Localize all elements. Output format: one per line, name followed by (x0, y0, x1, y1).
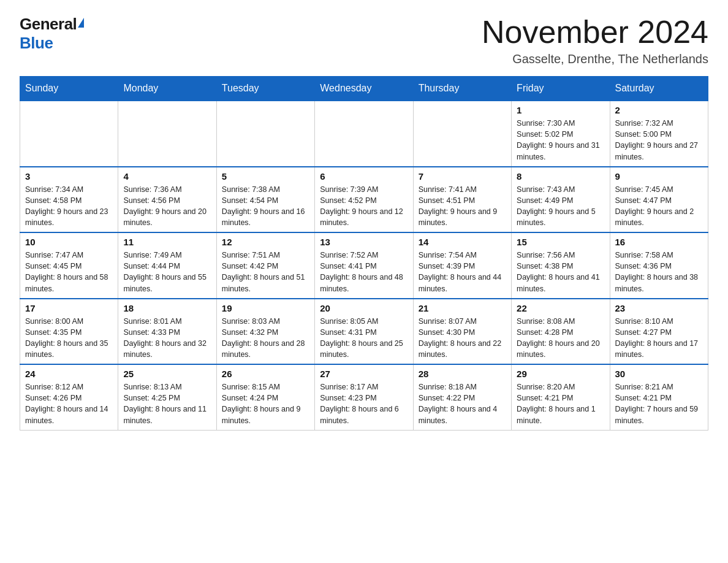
calendar-cell: 22Sunrise: 8:08 AM Sunset: 4:28 PM Dayli… (512, 299, 610, 365)
calendar-cell: 26Sunrise: 8:15 AM Sunset: 4:24 PM Dayli… (216, 364, 314, 430)
calendar-cell: 6Sunrise: 7:39 AM Sunset: 4:52 PM Daylig… (315, 167, 413, 233)
calendar-cell: 25Sunrise: 8:13 AM Sunset: 4:25 PM Dayli… (118, 364, 216, 430)
day-info: Sunrise: 7:54 AM Sunset: 4:39 PM Dayligh… (419, 250, 506, 294)
day-info: Sunrise: 7:51 AM Sunset: 4:42 PM Dayligh… (222, 250, 309, 294)
calendar-cell: 27Sunrise: 8:17 AM Sunset: 4:23 PM Dayli… (315, 364, 413, 430)
day-info: Sunrise: 8:21 AM Sunset: 4:21 PM Dayligh… (615, 381, 703, 426)
calendar-cell: 18Sunrise: 8:01 AM Sunset: 4:33 PM Dayli… (118, 299, 216, 365)
day-info: Sunrise: 7:38 AM Sunset: 4:54 PM Dayligh… (222, 184, 309, 229)
location-subtitle: Gasselte, Drenthe, The Netherlands (482, 52, 708, 66)
day-info: Sunrise: 7:45 AM Sunset: 4:47 PM Dayligh… (615, 184, 703, 229)
day-info: Sunrise: 8:15 AM Sunset: 4:24 PM Dayligh… (222, 381, 309, 426)
day-number: 24 (25, 369, 113, 379)
day-number: 26 (222, 369, 309, 379)
day-number: 28 (419, 369, 506, 379)
day-info: Sunrise: 8:12 AM Sunset: 4:26 PM Dayligh… (25, 381, 113, 426)
day-info: Sunrise: 8:00 AM Sunset: 4:35 PM Dayligh… (25, 316, 113, 361)
weekday-header-sunday: Sunday (20, 77, 118, 101)
calendar-cell (413, 101, 511, 167)
day-number: 14 (419, 237, 506, 247)
day-number: 6 (320, 171, 408, 182)
weekday-header-tuesday: Tuesday (216, 77, 314, 101)
calendar-cell (216, 101, 314, 167)
day-info: Sunrise: 8:05 AM Sunset: 4:31 PM Dayligh… (320, 316, 408, 361)
logo-blue-text: Blue (20, 34, 53, 53)
day-number: 22 (517, 303, 604, 313)
day-number: 15 (517, 237, 604, 247)
day-info: Sunrise: 7:43 AM Sunset: 4:49 PM Dayligh… (517, 184, 604, 229)
calendar-cell: 30Sunrise: 8:21 AM Sunset: 4:21 PM Dayli… (610, 364, 708, 430)
weekday-header-thursday: Thursday (413, 77, 511, 101)
calendar-body: 1Sunrise: 7:30 AM Sunset: 5:02 PM Daylig… (20, 101, 708, 430)
calendar-cell: 11Sunrise: 7:49 AM Sunset: 4:44 PM Dayli… (118, 232, 216, 299)
day-number: 30 (615, 369, 703, 379)
day-number: 18 (123, 303, 211, 313)
calendar-cell: 1Sunrise: 7:30 AM Sunset: 5:02 PM Daylig… (512, 101, 610, 167)
day-info: Sunrise: 8:01 AM Sunset: 4:33 PM Dayligh… (123, 316, 211, 361)
calendar-week-row: 17Sunrise: 8:00 AM Sunset: 4:35 PM Dayli… (20, 299, 708, 365)
weekday-header-row: SundayMondayTuesdayWednesdayThursdayFrid… (20, 77, 708, 101)
day-number: 16 (615, 237, 703, 247)
day-number: 17 (25, 303, 113, 313)
day-info: Sunrise: 7:32 AM Sunset: 5:00 PM Dayligh… (615, 118, 703, 163)
day-number: 25 (123, 369, 211, 379)
calendar-cell (20, 101, 118, 167)
logo: General Blue (20, 15, 84, 53)
calendar-cell: 17Sunrise: 8:00 AM Sunset: 4:35 PM Dayli… (20, 299, 118, 365)
calendar-cell: 24Sunrise: 8:12 AM Sunset: 4:26 PM Dayli… (20, 364, 118, 430)
day-info: Sunrise: 8:08 AM Sunset: 4:28 PM Dayligh… (517, 316, 604, 361)
page-header: General Blue November 2024 Gasselte, Dre… (20, 15, 708, 66)
calendar-cell (315, 101, 413, 167)
day-number: 12 (222, 237, 309, 247)
calendar-cell: 15Sunrise: 7:56 AM Sunset: 4:38 PM Dayli… (512, 232, 610, 299)
day-number: 20 (320, 303, 408, 313)
day-number: 21 (419, 303, 506, 313)
day-info: Sunrise: 7:30 AM Sunset: 5:02 PM Dayligh… (517, 118, 604, 163)
day-number: 1 (517, 105, 604, 115)
day-info: Sunrise: 7:47 AM Sunset: 4:45 PM Dayligh… (25, 250, 113, 294)
day-info: Sunrise: 8:17 AM Sunset: 4:23 PM Dayligh… (320, 381, 408, 426)
weekday-header-saturday: Saturday (610, 77, 708, 101)
day-number: 5 (222, 171, 309, 182)
calendar-cell: 21Sunrise: 8:07 AM Sunset: 4:30 PM Dayli… (413, 299, 511, 365)
day-info: Sunrise: 7:49 AM Sunset: 4:44 PM Dayligh… (123, 250, 211, 294)
calendar-cell: 8Sunrise: 7:43 AM Sunset: 4:49 PM Daylig… (512, 167, 610, 233)
calendar-cell: 7Sunrise: 7:41 AM Sunset: 4:51 PM Daylig… (413, 167, 511, 233)
calendar-cell: 19Sunrise: 8:03 AM Sunset: 4:32 PM Dayli… (216, 299, 314, 365)
day-info: Sunrise: 7:52 AM Sunset: 4:41 PM Dayligh… (320, 250, 408, 294)
day-info: Sunrise: 8:13 AM Sunset: 4:25 PM Dayligh… (123, 381, 211, 426)
calendar-table: SundayMondayTuesdayWednesdayThursdayFrid… (20, 76, 708, 431)
calendar-cell: 20Sunrise: 8:05 AM Sunset: 4:31 PM Dayli… (315, 299, 413, 365)
calendar-cell: 16Sunrise: 7:58 AM Sunset: 4:36 PM Dayli… (610, 232, 708, 299)
day-number: 11 (123, 237, 211, 247)
day-number: 9 (615, 171, 703, 182)
day-info: Sunrise: 8:10 AM Sunset: 4:27 PM Dayligh… (615, 316, 703, 361)
calendar-cell: 4Sunrise: 7:36 AM Sunset: 4:56 PM Daylig… (118, 167, 216, 233)
day-number: 13 (320, 237, 408, 247)
day-info: Sunrise: 7:39 AM Sunset: 4:52 PM Dayligh… (320, 184, 408, 229)
calendar-week-row: 3Sunrise: 7:34 AM Sunset: 4:58 PM Daylig… (20, 167, 708, 233)
calendar-header: SundayMondayTuesdayWednesdayThursdayFrid… (20, 77, 708, 101)
day-info: Sunrise: 7:36 AM Sunset: 4:56 PM Dayligh… (123, 184, 211, 229)
day-number: 7 (419, 171, 506, 182)
calendar-week-row: 10Sunrise: 7:47 AM Sunset: 4:45 PM Dayli… (20, 232, 708, 299)
weekday-header-wednesday: Wednesday (315, 77, 413, 101)
logo-general-text: General (20, 15, 77, 34)
day-info: Sunrise: 8:07 AM Sunset: 4:30 PM Dayligh… (419, 316, 506, 361)
day-info: Sunrise: 7:58 AM Sunset: 4:36 PM Dayligh… (615, 250, 703, 294)
calendar-cell: 2Sunrise: 7:32 AM Sunset: 5:00 PM Daylig… (610, 101, 708, 167)
weekday-header-monday: Monday (118, 77, 216, 101)
calendar-week-row: 1Sunrise: 7:30 AM Sunset: 5:02 PM Daylig… (20, 101, 708, 167)
day-info: Sunrise: 8:03 AM Sunset: 4:32 PM Dayligh… (222, 316, 309, 361)
day-number: 4 (123, 171, 211, 182)
calendar-cell (118, 101, 216, 167)
day-info: Sunrise: 7:56 AM Sunset: 4:38 PM Dayligh… (517, 250, 604, 294)
day-info: Sunrise: 8:20 AM Sunset: 4:21 PM Dayligh… (517, 381, 604, 426)
logo-triangle-icon (78, 18, 84, 28)
calendar-cell: 12Sunrise: 7:51 AM Sunset: 4:42 PM Dayli… (216, 232, 314, 299)
calendar-cell: 5Sunrise: 7:38 AM Sunset: 4:54 PM Daylig… (216, 167, 314, 233)
day-info: Sunrise: 7:41 AM Sunset: 4:51 PM Dayligh… (419, 184, 506, 229)
day-info: Sunrise: 8:18 AM Sunset: 4:22 PM Dayligh… (419, 381, 506, 426)
day-number: 23 (615, 303, 703, 313)
calendar-cell: 10Sunrise: 7:47 AM Sunset: 4:45 PM Dayli… (20, 232, 118, 299)
